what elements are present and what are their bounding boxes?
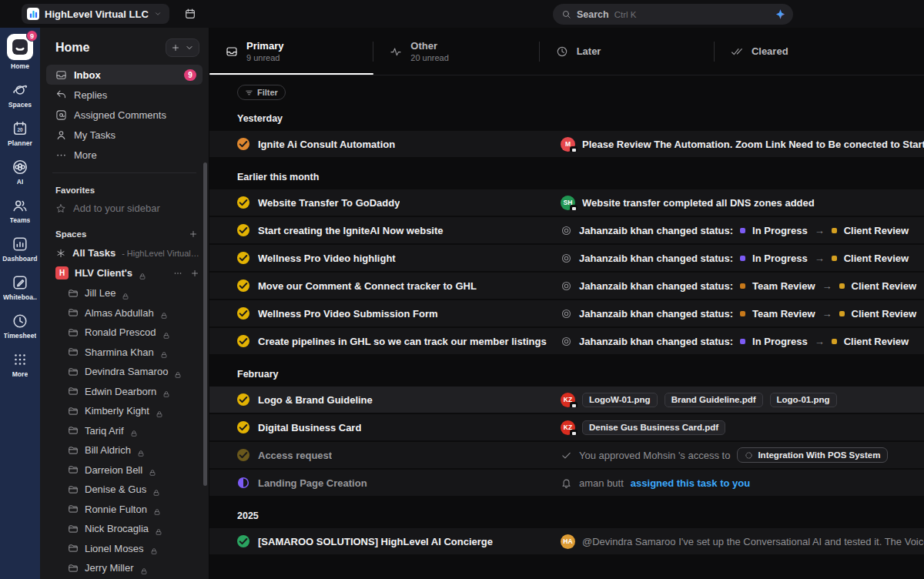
notification-row[interactable]: Create pipelines in GHL so we can track … (209, 328, 924, 356)
sidebar-add-buttons[interactable] (166, 38, 199, 57)
calendar-button[interactable] (180, 4, 200, 24)
rail-item-label: Timesheet (4, 332, 37, 340)
folder-label: Ronald Prescod (85, 326, 156, 338)
sidebar-item-all-tasks[interactable]: All Tasks - HighLevel Virtual LLC (40, 243, 209, 263)
sidebar-folder-ronald-prescod[interactable]: Ronald Prescod (68, 323, 209, 343)
status-color-square (740, 228, 745, 233)
avatar: HA (561, 534, 575, 549)
sidebar-folder-lionel-moses[interactable]: Lionel Moses (68, 539, 209, 559)
status-color-square (832, 256, 837, 261)
sidebar-folder-ronnie-fulton[interactable]: Ronnie Fulton (68, 500, 209, 520)
filter-icon (245, 89, 253, 97)
reply-icon (55, 89, 67, 101)
tab-cleared[interactable]: Cleared (715, 28, 924, 75)
notification-row[interactable]: Move our Comment & Connect tracker to GH… (209, 273, 924, 300)
notification-row[interactable]: Digital Business CardKZDenise Gus Busine… (209, 414, 924, 442)
notification-row[interactable]: Ignite Ai Consult AutomationMPlease Revi… (209, 131, 924, 159)
add-space-button[interactable] (189, 229, 198, 239)
tab-later[interactable]: Later (540, 28, 714, 75)
lock-icon (162, 387, 170, 395)
notification-title: Wellness Pro Video Submission Form (258, 308, 438, 320)
sidebar-scrollbar[interactable] (203, 162, 207, 486)
assignment-actor: aman butt (579, 477, 624, 489)
notification-row[interactable]: Start creating the IgniteAI Now websiteJ… (209, 217, 924, 245)
notification-row[interactable]: Logo & Brand GuidelineKZLogoW-01.pngBran… (209, 387, 924, 414)
space-add-button[interactable] (190, 269, 199, 278)
favorites-empty-hint[interactable]: Add to your sidebar (40, 199, 209, 217)
rail-item-spaces[interactable]: Spaces (0, 82, 40, 109)
rail-item-whiteboa[interactable]: Whiteboa.. (0, 274, 40, 301)
comment-preview: Please Review The Automation. Zoom Link … (582, 139, 924, 150)
status-change-icon (561, 336, 572, 347)
notification-row[interactable]: Wellness Pro Video Submission FormJahanz… (209, 300, 924, 328)
rail-item-more[interactable]: More (0, 351, 40, 378)
section-header: 2025 (209, 497, 924, 528)
tab-other[interactable]: Other20 unread (373, 28, 538, 75)
sidebar-folder-edwin-dearborn[interactable]: Edwin Dearborn (68, 382, 209, 402)
check-circle-icon (237, 252, 249, 264)
sidebar-folder-kimberly-kight[interactable]: Kimberly Kight (68, 401, 209, 421)
notification-title: Digital Business Card (258, 422, 361, 433)
folder-icon (68, 543, 79, 554)
sidebar-item-my-tasks[interactable]: My Tasks (46, 125, 203, 145)
folder-icon (68, 366, 79, 377)
notification-row[interactable]: Website Transfer To GoDaddySHWebsite tra… (209, 189, 924, 217)
section-header: Earlier this month (209, 159, 924, 189)
search-input[interactable]: Search Ctrl K (553, 4, 793, 25)
sidebar-folder-darreion-bell[interactable]: Darreion Bell (68, 460, 209, 480)
notification-row[interactable]: [SAMAROO SOLUTIONS] HighLevel AI Concier… (209, 528, 924, 556)
status-change-actor: Jahanzaib khan changed status: (579, 253, 733, 264)
sidebar-item-more[interactable]: More (46, 145, 203, 165)
sidebar-folder-jill-lee[interactable]: Jill Lee (68, 283, 209, 303)
notification-row[interactable]: Landing Page Creationaman buttassigned t… (209, 470, 924, 497)
sidebar-folder-sharmina-khan[interactable]: Sharmina Khan (68, 343, 209, 363)
notification-row[interactable]: Access requestYou approved Mohsin 's acc… (209, 442, 924, 470)
file-chip[interactable]: LogoW-01.png (582, 393, 658, 407)
folder-label: Jerry Miller (85, 562, 134, 574)
sidebar-folder-bill-aldrich[interactable]: Bill Aldrich (68, 440, 209, 460)
sidebar-folder-jerry-miller[interactable]: Jerry Miller (68, 558, 209, 578)
sidebar-folder-almas-abdullah[interactable]: Almas Abdullah (68, 303, 209, 323)
lock-icon (156, 407, 163, 415)
file-chip[interactable]: Logo-01.png (770, 393, 837, 407)
sidebar-item-hlv-clients[interactable]: H HLV Client's (40, 263, 209, 283)
comment-bubble-badge (570, 402, 578, 407)
rail-item-dashboard[interactable]: Dashboard (0, 236, 40, 263)
rail-item-home[interactable]: 9Home (0, 34, 40, 70)
avatar: M (561, 137, 575, 152)
app-rail: 9HomeSpaces20PlannerAITeamsDashboardWhit… (0, 28, 40, 579)
file-chip[interactable]: Brand Guideline.pdf (665, 393, 763, 407)
folder-label: Almas Abdullah (85, 307, 154, 319)
rail-item-teams[interactable]: Teams (0, 197, 40, 224)
search-icon (561, 9, 571, 19)
clock-icon (12, 313, 28, 330)
task-chip[interactable]: Integration With POS System (737, 447, 888, 463)
avatar: SH (561, 196, 575, 210)
folder-icon (68, 524, 79, 534)
workspace-switcher[interactable]: HighLevel Virtual LLC (22, 4, 169, 24)
rail-item-planner[interactable]: 20Planner (0, 120, 40, 147)
favorites-header: Favorites (55, 186, 95, 195)
sidebar-folder-devindra-samaroo[interactable]: Devindra Samaroo (68, 362, 209, 382)
sidebar-folder-tariq-arif[interactable]: Tariq Arif (68, 421, 209, 441)
filter-button[interactable]: Filter (237, 85, 286, 100)
chevron-down-icon[interactable] (185, 43, 194, 52)
file-chip[interactable]: Denise Gus Business Card.pdf (582, 420, 725, 435)
folder-label: Bill Aldrich (85, 444, 131, 456)
rail-item-timesheet[interactable]: Timesheet (0, 313, 40, 340)
svg-text:20: 20 (17, 127, 23, 132)
sidebar-item-replies[interactable]: Replies (46, 85, 203, 105)
notification-row[interactable]: Wellness Pro Video highlightJahanzaib kh… (209, 245, 924, 273)
plus-icon[interactable] (171, 43, 180, 52)
check-circle-icon (237, 449, 249, 461)
bell-icon (561, 477, 572, 489)
rail-item-ai[interactable]: AI (0, 159, 40, 186)
tab-primary[interactable]: Primary9 unread (209, 28, 373, 75)
sidebar-item-assigned-comments[interactable]: Assigned Comments (46, 105, 203, 125)
space-more-button[interactable] (173, 269, 182, 278)
sidebar-item-inbox[interactable]: Inbox9 (46, 65, 203, 85)
sidebar-folder-nick-brocaglia[interactable]: Nick Brocaglia (68, 519, 209, 539)
calendar-icon (184, 8, 196, 20)
sidebar-folder-denise-gus[interactable]: Denise & Gus (68, 480, 209, 500)
ai-sparkle-icon[interactable] (775, 8, 786, 20)
